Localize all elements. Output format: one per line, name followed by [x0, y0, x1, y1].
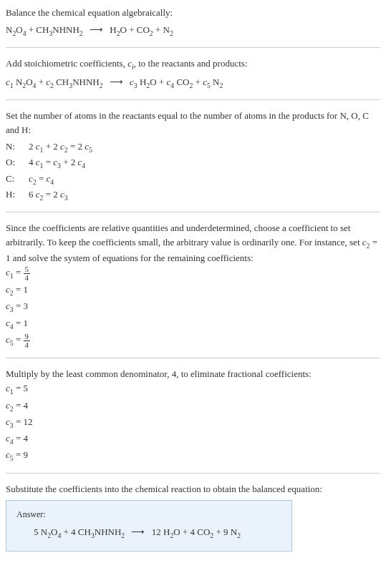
coeff-c5-int: c5 = 9 — [6, 448, 380, 464]
divider — [6, 47, 380, 48]
step3-text: Since the coefficients are relative quan… — [6, 221, 380, 265]
step2-text: Set the number of atoms in the reactants… — [6, 109, 380, 137]
divider — [6, 473, 380, 474]
atom-label: O: — [6, 155, 29, 171]
answer-equation: 5 N2O4 + 4 CH3NHNH2 ⟶ 12 H2O + 4 CO2 + 9… — [16, 525, 281, 541]
coeff-c3-int: c3 = 12 — [6, 415, 380, 431]
coeff-c5: c5 = 94 — [6, 333, 380, 349]
step1-section: Add stoichiometric coefficients, ci, to … — [6, 57, 380, 91]
divider — [6, 99, 380, 100]
divider — [6, 358, 380, 358]
atom-eq: 6 c2 = 2 c3 — [29, 187, 380, 203]
atom-eq: 2 c1 + 2 c2 = 2 c5 — [29, 139, 380, 155]
step2-section: Set the number of atoms in the reactants… — [6, 109, 380, 203]
step4-text: Multiply by the least common denominator… — [6, 367, 380, 381]
coeff-c4: c4 = 1 — [6, 316, 380, 332]
answer-box: Answer: 5 N2O4 + 4 CH3NHNH2 ⟶ 12 H2O + 4… — [6, 500, 292, 552]
coeff-c2-int: c2 = 4 — [6, 398, 380, 414]
step4-section: Multiply by the least common denominator… — [6, 367, 380, 464]
atom-table: N: 2 c1 + 2 c2 = 2 c5 O: 4 c1 = c3 + 2 c… — [6, 139, 380, 203]
atom-eq: c2 = c4 — [29, 172, 380, 187]
step1-equation: c1 N2O4 + c2 CH3NHNH2 ⟶ c3 H2O + c4 CO2 … — [6, 75, 380, 91]
step1-text: Add stoichiometric coefficients, ci, to … — [6, 57, 380, 72]
coeff-c3: c3 = 3 — [6, 299, 380, 315]
intro-equation: N2O4 + CH3NHNH2 ⟶ H2O + CO2 + N2 — [6, 23, 380, 39]
coeff-c1: c1 = 54 — [6, 265, 380, 282]
atom-eq: 4 c1 = c3 + 2 c4 — [29, 155, 380, 171]
coeff-c4-int: c4 = 4 — [6, 431, 380, 447]
atom-label: N: — [6, 139, 29, 155]
answer-label: Answer: — [16, 508, 281, 521]
atom-row-c: C: c2 = c4 — [6, 172, 380, 187]
step3-section: Since the coefficients are relative quan… — [6, 221, 380, 349]
final-text: Substitute the coefficients into the che… — [6, 482, 380, 496]
coeff-c2: c2 = 1 — [6, 283, 380, 298]
final-section: Substitute the coefficients into the che… — [6, 482, 380, 552]
divider — [6, 212, 380, 212]
atom-label: H: — [6, 187, 29, 203]
atom-row-n: N: 2 c1 + 2 c2 = 2 c5 — [6, 139, 380, 155]
intro-section: Balance the chemical equation algebraica… — [6, 6, 380, 39]
atom-row-o: O: 4 c1 = c3 + 2 c4 — [6, 155, 380, 171]
atom-row-h: H: 6 c2 = 2 c3 — [6, 187, 380, 203]
atom-label: C: — [6, 172, 29, 187]
coeff-c1-int: c1 = 5 — [6, 381, 380, 397]
intro-title: Balance the chemical equation algebraica… — [6, 6, 380, 20]
